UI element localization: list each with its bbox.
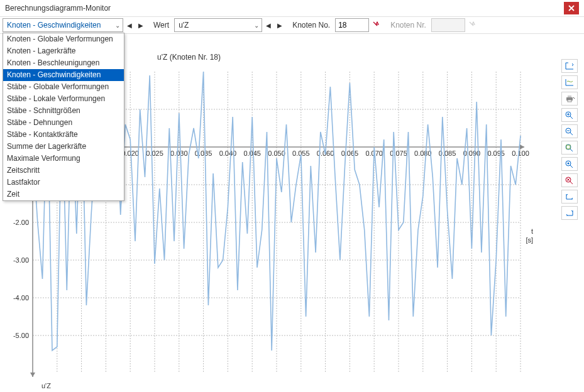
svg-text:0.025: 0.025 (146, 150, 163, 157)
category-menu-item[interactable]: Knoten - Lagerkräfte (3, 45, 124, 57)
category-menu-item[interactable]: Maximale Verformung (3, 153, 124, 165)
window-close-button[interactable] (564, 2, 579, 14)
pick-node-button[interactable] (370, 19, 383, 31)
value-prev-button[interactable]: ◀ (263, 18, 273, 32)
svg-text:0.100: 0.100 (512, 150, 529, 157)
x-axis-label: t (531, 227, 533, 235)
svg-text:-4.00: -4.00 (13, 294, 29, 302)
category-menu-item[interactable]: Knoten - Geschwindigkeiten (3, 69, 124, 81)
chart-tool-strip (561, 59, 580, 220)
x-axis-unit: [s] (526, 236, 533, 244)
svg-text:0.050: 0.050 (268, 150, 285, 157)
chart-title: u'Z (Knoten Nr. 18) (157, 53, 221, 62)
pick-node-nr-button (466, 19, 479, 31)
zoom-in-button[interactable] (561, 108, 578, 122)
node-no-label: Knoten No. (286, 21, 334, 30)
category-next-button[interactable]: ▶ (136, 18, 146, 32)
category-menu-item[interactable]: Stäbe - Globale Verformungen (3, 81, 124, 93)
chevron-down-icon: ⌄ (115, 22, 120, 29)
window-titlebar: Berechnungsdiagramm-Monitor (0, 0, 584, 16)
svg-rect-2 (568, 100, 571, 102)
print-button[interactable] (561, 92, 578, 106)
svg-text:0.030: 0.030 (170, 150, 188, 157)
svg-point-8 (568, 163, 570, 165)
y-axis-label: u'Z (41, 382, 51, 389)
category-dropdown-menu: Knoten - Globale VerformungenKnoten - La… (3, 33, 124, 201)
svg-text:0.095: 0.095 (487, 150, 505, 157)
value-dropdown-value: u'Z (179, 21, 189, 30)
chevron-down-icon: ⌄ (254, 22, 259, 29)
fit-xy-button[interactable] (561, 59, 578, 73)
category-menu-item[interactable]: Stäbe - Lokale Verformungen (3, 93, 124, 105)
svg-rect-1 (568, 95, 571, 97)
category-menu-item[interactable]: Stäbe - Kontaktkräfte (3, 129, 124, 141)
bottom-right-button[interactable] (561, 206, 578, 220)
category-dropdown-value: Knoten - Geschwindigkeiten (7, 21, 101, 30)
category-menu-item[interactable]: Knoten - Globale Verformungen (3, 33, 124, 45)
category-menu-item[interactable]: Zeitschritt (3, 165, 124, 177)
svg-rect-6 (566, 145, 570, 149)
zoom-reset-button[interactable] (561, 157, 578, 171)
bottom-left-button[interactable] (561, 190, 578, 204)
clear-button[interactable] (561, 173, 578, 187)
svg-text:0.075: 0.075 (390, 150, 407, 157)
category-menu-item[interactable]: Stäbe - Dehnungen (3, 117, 124, 129)
zoom-out-button[interactable] (561, 124, 578, 138)
node-no-input[interactable] (335, 18, 369, 32)
category-menu-item[interactable]: Stäbe - Schnittgrößen (3, 105, 124, 117)
window-title: Berechnungsdiagramm-Monitor (5, 4, 111, 13)
category-menu-item[interactable]: Lastfaktor (3, 177, 124, 188)
node-nr-input (431, 18, 465, 32)
svg-text:0.045: 0.045 (243, 150, 261, 157)
category-menu-item[interactable]: Zeit (3, 188, 124, 200)
category-menu-item[interactable]: Summe der Lagerkräfte (3, 141, 124, 153)
value-next-button[interactable]: ▶ (275, 18, 285, 32)
node-nr-label: Knoten Nr. (384, 21, 430, 30)
svg-text:-5.00: -5.00 (13, 332, 29, 339)
main-toolbar: Knoten - Geschwindigkeiten ⌄ Knoten - Gl… (0, 16, 584, 34)
svg-text:-2.00: -2.00 (13, 219, 29, 226)
zoom-window-button[interactable] (561, 141, 578, 155)
svg-text:-3.00: -3.00 (13, 256, 29, 264)
fit-x-button[interactable] (561, 75, 578, 89)
value-label: Wert (147, 21, 173, 30)
svg-text:0.080: 0.080 (414, 150, 432, 157)
category-prev-button[interactable]: ◀ (124, 18, 135, 32)
category-menu-item[interactable]: Knoten - Beschleunigungen (3, 57, 124, 69)
svg-text:0.065: 0.065 (341, 150, 359, 157)
category-dropdown[interactable]: Knoten - Geschwindigkeiten ⌄ Knoten - Gl… (3, 18, 123, 32)
value-dropdown[interactable]: u'Z ⌄ (174, 18, 262, 32)
